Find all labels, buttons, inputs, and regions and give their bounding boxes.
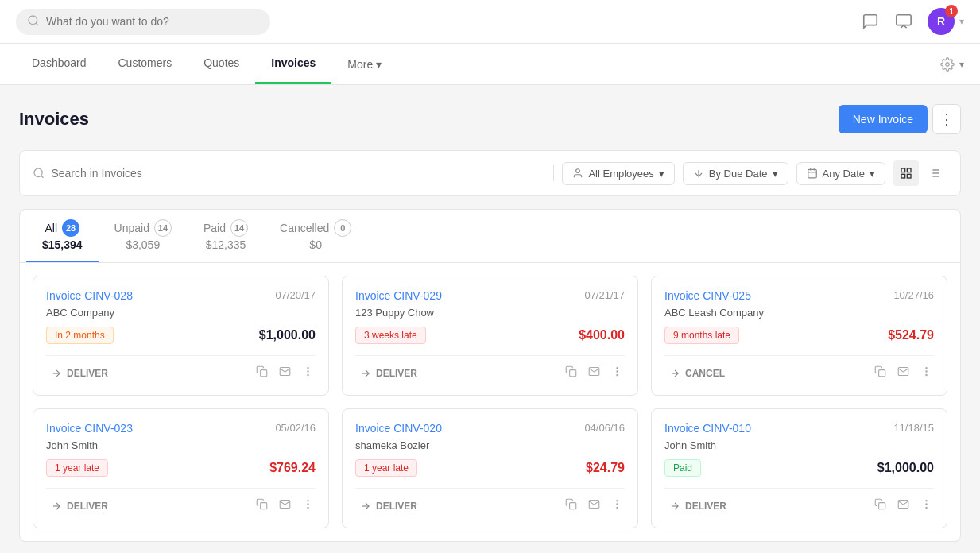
card-icon-actions bbox=[254, 364, 316, 382]
duplicate-button[interactable] bbox=[873, 497, 888, 515]
svg-point-29 bbox=[617, 368, 618, 369]
nav-more[interactable]: More ▾ bbox=[331, 45, 397, 83]
svg-point-25 bbox=[308, 371, 308, 372]
svg-line-1 bbox=[36, 23, 38, 25]
deliver-icon bbox=[669, 501, 680, 512]
invoice-date: 05/02/16 bbox=[275, 422, 316, 434]
svg-point-44 bbox=[617, 501, 618, 501]
svg-point-4 bbox=[34, 168, 42, 176]
email-button[interactable] bbox=[277, 364, 292, 382]
notification-icon[interactable] bbox=[894, 12, 913, 31]
action-button[interactable]: DELIVER bbox=[46, 497, 113, 515]
date-filter[interactable]: Any Date ▾ bbox=[796, 162, 885, 185]
grid-view-button[interactable] bbox=[893, 160, 919, 186]
deliver-icon bbox=[51, 501, 62, 512]
svg-point-51 bbox=[926, 507, 927, 508]
action-button[interactable]: DELIVER bbox=[46, 365, 113, 382]
duplicate-button[interactable] bbox=[254, 364, 269, 382]
search-filter[interactable] bbox=[33, 167, 545, 180]
svg-point-3 bbox=[946, 62, 950, 66]
duplicate-button[interactable] bbox=[254, 497, 269, 515]
card-icon-actions bbox=[873, 497, 934, 515]
more-options-button[interactable] bbox=[919, 497, 934, 515]
svg-rect-33 bbox=[879, 370, 885, 377]
chevron-down-icon: ▾ bbox=[376, 58, 382, 71]
more-options-button[interactable] bbox=[610, 497, 625, 515]
top-bar-right: R 1 ▾ bbox=[861, 8, 964, 35]
email-button[interactable] bbox=[587, 497, 602, 515]
email-button[interactable] bbox=[277, 497, 292, 515]
avatar[interactable]: R 1 bbox=[928, 8, 955, 35]
action-button[interactable]: DELIVER bbox=[664, 497, 731, 515]
nav-dashboard[interactable]: Dashboard bbox=[16, 44, 103, 84]
nav-settings[interactable]: ▾ bbox=[940, 57, 964, 72]
more-options-button[interactable] bbox=[300, 364, 316, 382]
email-button[interactable] bbox=[896, 497, 911, 515]
notification-badge: 1 bbox=[945, 5, 958, 17]
card-header: Invoice CINV-025 10/27/16 bbox=[664, 289, 934, 302]
invoice-link[interactable]: Invoice CINV-025 bbox=[664, 289, 751, 302]
list-view-button[interactable] bbox=[922, 160, 947, 186]
svg-point-0 bbox=[29, 16, 37, 25]
action-label: DELIVER bbox=[67, 368, 108, 379]
card-icon-actions bbox=[564, 497, 625, 515]
tab-all[interactable]: All 28 $15,394 bbox=[26, 210, 99, 262]
new-invoice-button[interactable]: New Invoice bbox=[839, 105, 928, 133]
nav-customers[interactable]: Customers bbox=[103, 44, 188, 84]
grid-icon bbox=[900, 167, 912, 180]
card-footer: Paid $1,000.00 bbox=[664, 459, 934, 477]
nav-invoices[interactable]: Invoices bbox=[255, 44, 331, 84]
svg-rect-28 bbox=[570, 370, 576, 377]
more-options-button[interactable] bbox=[300, 497, 316, 515]
card-footer: 3 weeks late $400.00 bbox=[355, 327, 625, 344]
chat-icon[interactable] bbox=[861, 12, 880, 31]
invoice-link[interactable]: Invoice CINV-023 bbox=[46, 422, 133, 435]
employees-filter[interactable]: All Employees ▾ bbox=[562, 162, 674, 185]
card-actions: CANCEL bbox=[664, 355, 934, 382]
email-button[interactable] bbox=[587, 364, 602, 382]
nav-quotes[interactable]: Quotes bbox=[188, 44, 255, 84]
email-icon bbox=[279, 365, 291, 377]
chevron-down-icon: ▾ bbox=[870, 168, 875, 180]
svg-rect-8 bbox=[808, 169, 816, 178]
duplicate-button[interactable] bbox=[564, 364, 579, 382]
tab-unpaid[interactable]: Unpaid 14 $3,059 bbox=[99, 210, 188, 262]
view-toggle bbox=[893, 160, 947, 186]
action-button[interactable]: DELIVER bbox=[355, 365, 422, 382]
sort-filter[interactable]: By Due Date ▾ bbox=[683, 162, 788, 185]
search-box[interactable] bbox=[16, 9, 270, 35]
duplicate-icon bbox=[256, 365, 268, 377]
more-icon bbox=[302, 365, 314, 377]
invoice-link[interactable]: Invoice CINV-028 bbox=[46, 289, 133, 302]
invoice-link[interactable]: Invoice CINV-029 bbox=[355, 289, 442, 302]
duplicate-button[interactable] bbox=[564, 497, 579, 515]
invoice-date: 11/18/15 bbox=[893, 422, 934, 434]
user-menu[interactable]: R 1 ▾ bbox=[928, 8, 964, 35]
action-button[interactable]: CANCEL bbox=[664, 365, 730, 382]
more-options-button[interactable] bbox=[919, 364, 934, 382]
status-badge: 3 weeks late bbox=[355, 327, 426, 344]
unpaid-badge: 14 bbox=[154, 219, 172, 237]
duplicate-icon bbox=[565, 498, 577, 510]
tab-cancelled[interactable]: Cancelled 0 $0 bbox=[264, 210, 367, 262]
email-button[interactable] bbox=[896, 364, 911, 382]
main-nav: Dashboard Customers Quotes Invoices More… bbox=[0, 44, 980, 85]
card-footer: 1 year late $769.24 bbox=[46, 459, 316, 477]
invoice-tabs-container: All 28 $15,394 Unpaid 14 $3,059 Paid 14 … bbox=[19, 209, 961, 263]
duplicate-button[interactable] bbox=[873, 364, 888, 382]
invoice-grid: Invoice CINV-028 07/20/17 ABC Company In… bbox=[33, 276, 947, 528]
chevron-down-icon: ▾ bbox=[659, 168, 664, 180]
duplicate-icon bbox=[256, 498, 268, 510]
invoice-link[interactable]: Invoice CINV-020 bbox=[355, 422, 442, 435]
search-input[interactable] bbox=[46, 15, 259, 28]
svg-rect-43 bbox=[570, 503, 576, 509]
action-label: DELIVER bbox=[376, 501, 417, 512]
tab-paid[interactable]: Paid 14 $12,335 bbox=[188, 210, 264, 262]
invoices-search-input[interactable] bbox=[51, 167, 545, 180]
invoice-link[interactable]: Invoice CINV-010 bbox=[664, 422, 751, 435]
more-options-button[interactable]: ⋮ bbox=[932, 104, 961, 134]
more-options-button[interactable] bbox=[610, 364, 625, 382]
action-button[interactable]: DELIVER bbox=[355, 497, 422, 515]
card-footer: 1 year late $24.79 bbox=[355, 459, 625, 477]
action-label: CANCEL bbox=[685, 368, 725, 379]
